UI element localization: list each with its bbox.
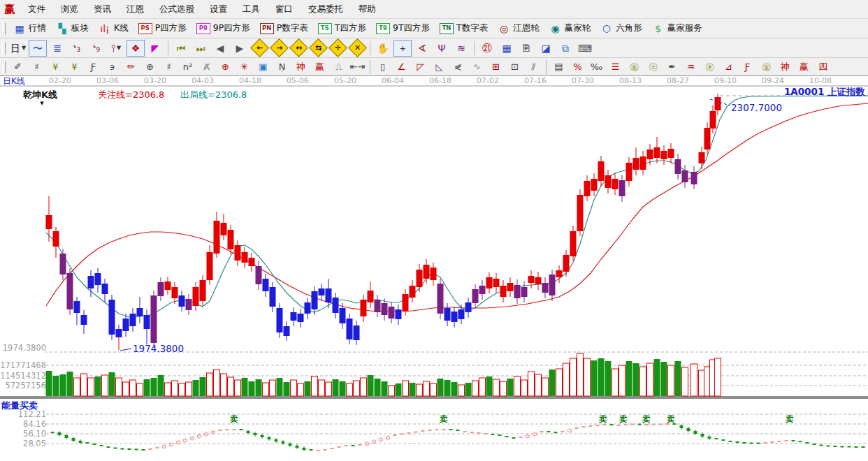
toolbar-button-quotes[interactable]: ▦行情 [8,19,51,38]
toolbar-grip[interactable] [2,42,6,54]
volume-bar-up[interactable] [312,376,318,396]
volume-bar-down[interactable] [109,372,115,396]
candle-body[interactable] [389,307,395,319]
parallel-lines-icon[interactable]: ⫽ [525,59,542,75]
volume-bar-up[interactable] [424,381,430,396]
volume-bar-down[interactable] [249,381,255,396]
toolbar-button-winner-wheel[interactable]: ◉赢家轮 [544,19,596,38]
last-page-icon[interactable]: ⏭ [191,40,210,57]
candle-body[interactable] [605,175,612,188]
candle-body[interactable] [312,291,318,309]
volume-bar-down[interactable] [305,381,311,396]
candle-body[interactable] [284,326,290,336]
candle-body[interactable] [53,231,59,247]
period-day-icon[interactable]: 日▼ [9,40,27,57]
candle-body[interactable] [691,172,697,184]
candle-body[interactable] [528,276,535,283]
gold-section-2-icon[interactable]: ¥ [66,59,83,75]
volume-bar-up[interactable] [612,369,619,396]
toolbar-button-p-table[interactable]: PNP数字表 [255,19,313,38]
volume-bar-up[interactable] [403,381,409,396]
candle-body[interactable] [235,245,241,261]
j-angle-icon[interactable]: ⊿ [720,59,737,75]
diamond-hexpand-icon[interactable]: ↔ [289,40,308,57]
ladder-icon[interactable]: ▤ [550,59,567,75]
candle-body[interactable] [699,152,705,163]
volume-bar-up[interactable] [715,358,721,396]
report-doc-icon[interactable]: 🖹 [517,40,535,57]
volume-bar-up[interactable] [668,365,674,396]
candle-body[interactable] [619,180,625,196]
volume-bar-up[interactable] [207,373,213,396]
candle-body[interactable] [465,302,472,312]
volume-bar-down[interactable] [465,383,472,396]
toolbar-button-p-square[interactable]: PSP四方形 [133,19,191,38]
candle-body[interactable] [214,221,220,254]
volume-bar-up[interactable] [514,376,521,396]
volume-bar-up[interactable] [682,367,688,396]
volume-bar-up[interactable] [291,380,297,396]
send-net-icon[interactable]: ⧉ [556,40,574,57]
candle-body[interactable] [661,151,667,159]
candle-style-icon[interactable]: ⫯▼ [107,40,125,57]
volume-bar-up[interactable] [123,382,129,396]
candle-body[interactable] [249,258,255,266]
candle-body[interactable] [535,277,542,284]
candle-body[interactable] [410,286,416,298]
candle-body[interactable] [521,287,528,297]
diamond-left-icon[interactable]: ← [250,40,268,57]
candle-body[interactable] [291,312,297,321]
volume-bar-down[interactable] [151,378,157,396]
candle-body[interactable] [472,289,479,303]
toolbar-button-9t-square[interactable]: T99T四方形 [371,19,435,38]
candle-body[interactable] [319,288,325,295]
volume-bar-up[interactable] [500,381,507,396]
candle-body[interactable] [67,273,73,309]
toolbar-grip[interactable] [2,22,6,35]
volume-bar-up[interactable] [619,365,625,396]
candle-body[interactable] [598,161,605,181]
candle-body[interactable] [704,128,711,149]
gold-angle-1-icon[interactable]: ㊍ [701,59,718,75]
volume-bar-up[interactable] [186,382,192,396]
volume-bar-up[interactable] [640,367,646,396]
volume-bar-down[interactable] [486,376,493,396]
volume-bar-down[interactable] [507,379,514,396]
volume-bar-down[interactable] [60,374,66,396]
candle-body[interactable] [577,195,584,231]
candle-body[interactable] [347,319,353,339]
volume-bar-up[interactable] [214,369,220,396]
toolbar-button-kline[interactable]: ıl¡K线 [94,19,133,38]
starburst-icon[interactable]: ✳ [236,59,253,75]
candle-body[interactable] [444,308,451,321]
toolbar-button-9p-square[interactable]: P99P四方形 [191,19,255,38]
spiral-tool-icon[interactable]: ϶ [103,59,121,75]
candle-body[interactable] [179,295,185,307]
candle-body[interactable] [151,295,157,343]
volume-bar-up[interactable] [521,380,528,396]
volume-bar-down[interactable] [200,377,206,396]
calculator-icon[interactable]: ▦ [498,40,516,57]
candle-body[interactable] [228,230,234,249]
volume-bar-up[interactable] [584,358,591,396]
gold-section-1-icon[interactable]: ¥ [47,59,64,75]
candle-body[interactable] [500,286,507,297]
volume-bar-down[interactable] [144,379,150,396]
volume-bar-down[interactable] [598,358,605,396]
volume-bar-up[interactable] [389,386,395,396]
volume-bar-down[interactable] [375,379,381,396]
volume-bar-up[interactable] [347,383,353,396]
toolbar-button-t-square[interactable]: TST四方形 [313,19,371,38]
win-angle-icon[interactable]: 赢 [795,59,813,75]
candle-body[interactable] [207,252,213,280]
candle-body[interactable] [710,111,716,129]
volume-bar-up[interactable] [563,363,570,396]
candle-body[interactable] [549,275,556,295]
volume-bar-down[interactable] [396,383,402,396]
toolbar-button-t-table[interactable]: TNT数字表 [435,19,493,38]
candle-body[interactable] [340,308,346,323]
candle-body[interactable] [270,287,276,307]
candle-body[interactable] [172,287,178,298]
calendar-icon[interactable]: ㉑ [478,40,496,57]
volume-bar-down[interactable] [382,381,388,396]
